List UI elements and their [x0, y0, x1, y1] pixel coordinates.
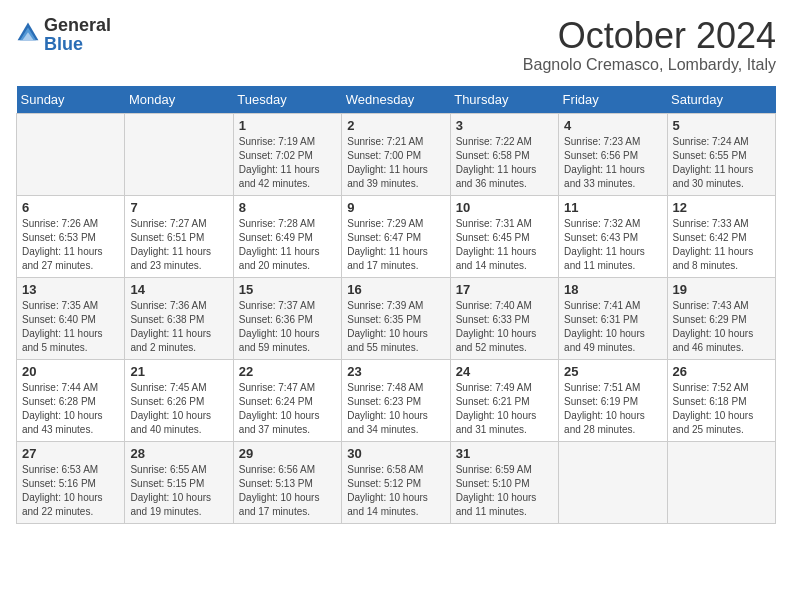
calendar-cell: 15Sunrise: 7:37 AMSunset: 6:36 PMDayligh…	[233, 277, 341, 359]
day-info: Sunrise: 7:40 AMSunset: 6:33 PMDaylight:…	[456, 299, 553, 355]
day-number: 15	[239, 282, 336, 297]
calendar-cell: 17Sunrise: 7:40 AMSunset: 6:33 PMDayligh…	[450, 277, 558, 359]
day-number: 21	[130, 364, 227, 379]
day-info: Sunrise: 7:27 AMSunset: 6:51 PMDaylight:…	[130, 217, 227, 273]
calendar-cell: 20Sunrise: 7:44 AMSunset: 6:28 PMDayligh…	[17, 359, 125, 441]
day-number: 10	[456, 200, 553, 215]
logo-text-block: General Blue	[44, 16, 111, 53]
day-number: 25	[564, 364, 661, 379]
calendar-week-2: 6Sunrise: 7:26 AMSunset: 6:53 PMDaylight…	[17, 195, 776, 277]
day-info: Sunrise: 7:41 AMSunset: 6:31 PMDaylight:…	[564, 299, 661, 355]
day-info: Sunrise: 6:53 AMSunset: 5:16 PMDaylight:…	[22, 463, 119, 519]
calendar-cell: 12Sunrise: 7:33 AMSunset: 6:42 PMDayligh…	[667, 195, 775, 277]
calendar-cell: 8Sunrise: 7:28 AMSunset: 6:49 PMDaylight…	[233, 195, 341, 277]
day-info: Sunrise: 7:26 AMSunset: 6:53 PMDaylight:…	[22, 217, 119, 273]
day-info: Sunrise: 6:56 AMSunset: 5:13 PMDaylight:…	[239, 463, 336, 519]
calendar-cell: 31Sunrise: 6:59 AMSunset: 5:10 PMDayligh…	[450, 441, 558, 523]
day-number: 4	[564, 118, 661, 133]
day-info: Sunrise: 7:44 AMSunset: 6:28 PMDaylight:…	[22, 381, 119, 437]
day-info: Sunrise: 7:36 AMSunset: 6:38 PMDaylight:…	[130, 299, 227, 355]
day-info: Sunrise: 7:45 AMSunset: 6:26 PMDaylight:…	[130, 381, 227, 437]
day-info: Sunrise: 7:33 AMSunset: 6:42 PMDaylight:…	[673, 217, 770, 273]
title-block: October 2024 Bagnolo Cremasco, Lombardy,…	[523, 16, 776, 74]
day-number: 5	[673, 118, 770, 133]
calendar-week-1: 1Sunrise: 7:19 AMSunset: 7:02 PMDaylight…	[17, 113, 776, 195]
day-number: 9	[347, 200, 444, 215]
day-info: Sunrise: 7:19 AMSunset: 7:02 PMDaylight:…	[239, 135, 336, 191]
header-day-thursday: Thursday	[450, 86, 558, 114]
calendar-cell: 22Sunrise: 7:47 AMSunset: 6:24 PMDayligh…	[233, 359, 341, 441]
day-number: 27	[22, 446, 119, 461]
day-number: 7	[130, 200, 227, 215]
day-info: Sunrise: 7:32 AMSunset: 6:43 PMDaylight:…	[564, 217, 661, 273]
calendar-cell	[559, 441, 667, 523]
day-info: Sunrise: 7:28 AMSunset: 6:49 PMDaylight:…	[239, 217, 336, 273]
calendar-cell: 2Sunrise: 7:21 AMSunset: 7:00 PMDaylight…	[342, 113, 450, 195]
logo-icon	[16, 21, 40, 49]
day-number: 29	[239, 446, 336, 461]
day-number: 6	[22, 200, 119, 215]
day-number: 28	[130, 446, 227, 461]
day-number: 23	[347, 364, 444, 379]
day-number: 22	[239, 364, 336, 379]
day-info: Sunrise: 7:29 AMSunset: 6:47 PMDaylight:…	[347, 217, 444, 273]
day-info: Sunrise: 7:43 AMSunset: 6:29 PMDaylight:…	[673, 299, 770, 355]
calendar-week-3: 13Sunrise: 7:35 AMSunset: 6:40 PMDayligh…	[17, 277, 776, 359]
calendar-cell: 1Sunrise: 7:19 AMSunset: 7:02 PMDaylight…	[233, 113, 341, 195]
calendar-cell	[125, 113, 233, 195]
header-day-tuesday: Tuesday	[233, 86, 341, 114]
day-number: 8	[239, 200, 336, 215]
calendar-cell: 6Sunrise: 7:26 AMSunset: 6:53 PMDaylight…	[17, 195, 125, 277]
day-number: 20	[22, 364, 119, 379]
calendar-title: October 2024	[523, 16, 776, 56]
day-number: 12	[673, 200, 770, 215]
calendar-cell: 24Sunrise: 7:49 AMSunset: 6:21 PMDayligh…	[450, 359, 558, 441]
header-day-monday: Monday	[125, 86, 233, 114]
day-info: Sunrise: 7:23 AMSunset: 6:56 PMDaylight:…	[564, 135, 661, 191]
logo: General Blue	[16, 16, 111, 53]
calendar-cell	[667, 441, 775, 523]
header-day-friday: Friday	[559, 86, 667, 114]
calendar-cell: 13Sunrise: 7:35 AMSunset: 6:40 PMDayligh…	[17, 277, 125, 359]
logo-blue: Blue	[44, 34, 83, 54]
day-number: 16	[347, 282, 444, 297]
logo-general: General	[44, 15, 111, 35]
calendar-cell: 30Sunrise: 6:58 AMSunset: 5:12 PMDayligh…	[342, 441, 450, 523]
calendar-cell: 14Sunrise: 7:36 AMSunset: 6:38 PMDayligh…	[125, 277, 233, 359]
day-number: 14	[130, 282, 227, 297]
day-number: 11	[564, 200, 661, 215]
day-info: Sunrise: 7:22 AMSunset: 6:58 PMDaylight:…	[456, 135, 553, 191]
calendar-subtitle: Bagnolo Cremasco, Lombardy, Italy	[523, 56, 776, 74]
day-number: 24	[456, 364, 553, 379]
day-number: 17	[456, 282, 553, 297]
day-info: Sunrise: 7:39 AMSunset: 6:35 PMDaylight:…	[347, 299, 444, 355]
header-day-sunday: Sunday	[17, 86, 125, 114]
day-number: 31	[456, 446, 553, 461]
calendar-cell: 5Sunrise: 7:24 AMSunset: 6:55 PMDaylight…	[667, 113, 775, 195]
day-info: Sunrise: 7:31 AMSunset: 6:45 PMDaylight:…	[456, 217, 553, 273]
day-number: 18	[564, 282, 661, 297]
calendar-cell: 25Sunrise: 7:51 AMSunset: 6:19 PMDayligh…	[559, 359, 667, 441]
day-info: Sunrise: 7:47 AMSunset: 6:24 PMDaylight:…	[239, 381, 336, 437]
calendar-cell: 9Sunrise: 7:29 AMSunset: 6:47 PMDaylight…	[342, 195, 450, 277]
calendar-cell: 28Sunrise: 6:55 AMSunset: 5:15 PMDayligh…	[125, 441, 233, 523]
page-header: General Blue October 2024 Bagnolo Cremas…	[16, 16, 776, 74]
day-info: Sunrise: 7:35 AMSunset: 6:40 PMDaylight:…	[22, 299, 119, 355]
calendar-header-row: SundayMondayTuesdayWednesdayThursdayFrid…	[17, 86, 776, 114]
day-info: Sunrise: 6:58 AMSunset: 5:12 PMDaylight:…	[347, 463, 444, 519]
calendar-cell: 10Sunrise: 7:31 AMSunset: 6:45 PMDayligh…	[450, 195, 558, 277]
calendar-cell: 16Sunrise: 7:39 AMSunset: 6:35 PMDayligh…	[342, 277, 450, 359]
calendar-cell: 26Sunrise: 7:52 AMSunset: 6:18 PMDayligh…	[667, 359, 775, 441]
header-day-saturday: Saturday	[667, 86, 775, 114]
calendar-cell: 3Sunrise: 7:22 AMSunset: 6:58 PMDaylight…	[450, 113, 558, 195]
day-info: Sunrise: 7:24 AMSunset: 6:55 PMDaylight:…	[673, 135, 770, 191]
day-number: 19	[673, 282, 770, 297]
day-number: 1	[239, 118, 336, 133]
calendar-cell: 23Sunrise: 7:48 AMSunset: 6:23 PMDayligh…	[342, 359, 450, 441]
calendar-cell: 4Sunrise: 7:23 AMSunset: 6:56 PMDaylight…	[559, 113, 667, 195]
calendar-table: SundayMondayTuesdayWednesdayThursdayFrid…	[16, 86, 776, 524]
calendar-week-5: 27Sunrise: 6:53 AMSunset: 5:16 PMDayligh…	[17, 441, 776, 523]
calendar-cell: 27Sunrise: 6:53 AMSunset: 5:16 PMDayligh…	[17, 441, 125, 523]
calendar-cell: 7Sunrise: 7:27 AMSunset: 6:51 PMDaylight…	[125, 195, 233, 277]
calendar-cell: 19Sunrise: 7:43 AMSunset: 6:29 PMDayligh…	[667, 277, 775, 359]
